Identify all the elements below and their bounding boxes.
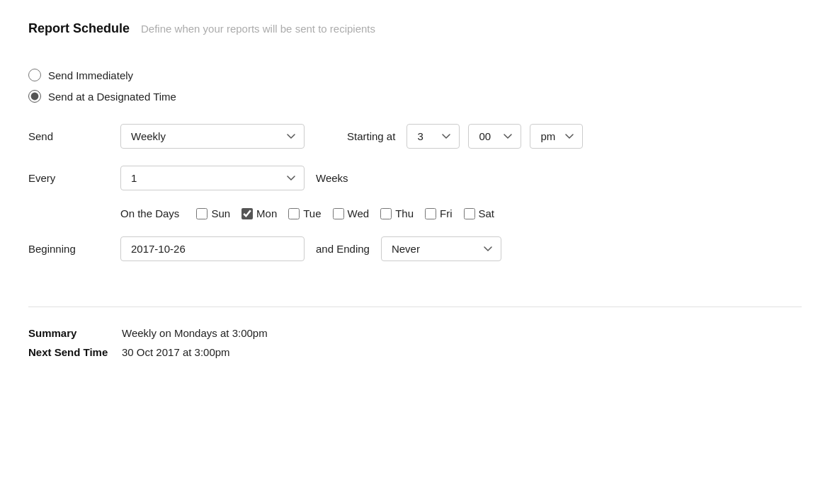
- page-header: Report Schedule Define when your reports…: [28, 21, 802, 36]
- days-row: On the Days Sun Mon Tue Wed Thu: [28, 207, 802, 219]
- day-tue[interactable]: Tue: [288, 207, 321, 219]
- day-mon-label: Mon: [256, 207, 277, 219]
- send-frequency-select[interactable]: Weekly Daily Monthly: [120, 124, 305, 149]
- radio-designated-label: Send at a Designated Time: [48, 91, 176, 103]
- every-count-select[interactable]: 1234: [120, 166, 305, 190]
- day-sat[interactable]: Sat: [464, 207, 495, 219]
- send-row: Send Weekly Daily Monthly Starting at 12…: [28, 124, 802, 149]
- radio-send-designated[interactable]: Send at a Designated Time: [28, 90, 802, 103]
- day-sun[interactable]: Sun: [196, 207, 230, 219]
- starting-at-label: Starting at: [347, 130, 395, 142]
- minute-select[interactable]: 00153045: [468, 124, 521, 149]
- radio-group: Send Immediately Send at a Designated Ti…: [28, 69, 802, 103]
- checkbox-sat[interactable]: [464, 208, 475, 219]
- beginning-row: Beginning and Ending Never On Date After…: [28, 236, 802, 261]
- form-section: Send Immediately Send at a Designated Ti…: [28, 62, 802, 299]
- radio-immediately-input[interactable]: [28, 69, 41, 81]
- checkbox-fri[interactable]: [425, 208, 436, 219]
- day-wed-label: Wed: [348, 207, 370, 219]
- hour-select[interactable]: 1234 5678 9101112: [407, 124, 460, 149]
- beginning-date-input[interactable]: [120, 236, 305, 261]
- day-wed[interactable]: Wed: [333, 207, 370, 219]
- radio-immediately-label: Send Immediately: [48, 69, 133, 81]
- checkbox-sun[interactable]: [196, 208, 208, 219]
- every-label: Every: [28, 172, 120, 184]
- summary-row: Summary Weekly on Mondays at 3:00pm: [28, 327, 802, 339]
- summary-value: Weekly on Mondays at 3:00pm: [122, 327, 268, 339]
- ampm-select[interactable]: ampm: [530, 124, 583, 149]
- next-send-label: Next Send Time: [28, 346, 113, 358]
- day-thu-label: Thu: [395, 207, 414, 219]
- day-thu[interactable]: Thu: [380, 207, 414, 219]
- summary-section: Summary Weekly on Mondays at 3:00pm Next…: [28, 324, 802, 358]
- day-sat-label: Sat: [479, 207, 495, 219]
- page-title: Report Schedule: [28, 21, 130, 36]
- page-subtitle: Define when your reports will be sent to…: [141, 23, 375, 35]
- day-tue-label: Tue: [303, 207, 321, 219]
- and-ending-label: and Ending: [316, 243, 370, 255]
- day-fri-label: Fri: [440, 207, 453, 219]
- days-label: On the Days: [120, 207, 179, 219]
- send-label: Send: [28, 130, 120, 142]
- radio-send-immediately[interactable]: Send Immediately: [28, 69, 802, 81]
- beginning-label: Beginning: [28, 243, 120, 255]
- checkbox-wed[interactable]: [333, 208, 344, 219]
- checkbox-mon[interactable]: [241, 208, 253, 219]
- summary-label: Summary: [28, 327, 113, 339]
- day-mon[interactable]: Mon: [241, 207, 277, 219]
- divider: [28, 307, 802, 307]
- every-unit: Weeks: [316, 172, 348, 184]
- ending-select[interactable]: Never On Date After N: [381, 236, 501, 261]
- checkbox-tue[interactable]: [288, 208, 300, 219]
- every-row: Every 1234 Weeks: [28, 166, 802, 190]
- checkbox-thu[interactable]: [380, 208, 392, 219]
- day-sun-label: Sun: [211, 207, 230, 219]
- days-group: Sun Mon Tue Wed Thu Fri: [196, 207, 494, 219]
- radio-designated-input[interactable]: [28, 90, 41, 103]
- day-fri[interactable]: Fri: [425, 207, 453, 219]
- next-send-row: Next Send Time 30 Oct 2017 at 3:00pm: [28, 346, 802, 358]
- next-send-value: 30 Oct 2017 at 3:00pm: [122, 346, 230, 358]
